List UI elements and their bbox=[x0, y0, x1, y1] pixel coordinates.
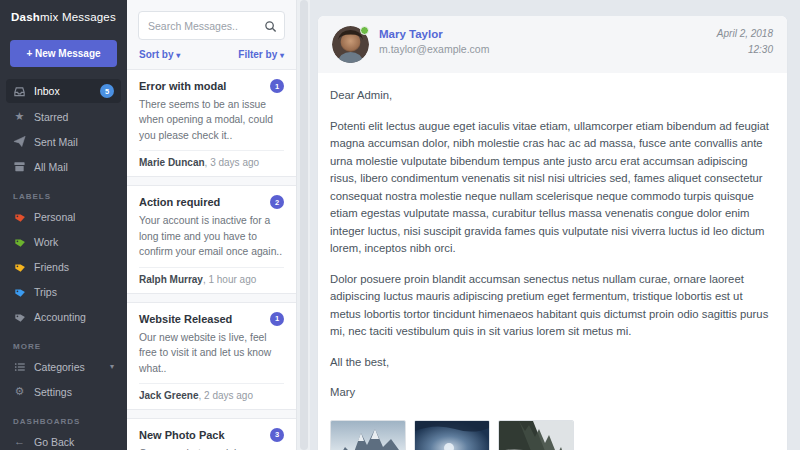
email-card: Mary Taylor m.taylor@example.com April 2… bbox=[318, 16, 787, 450]
email-time: 12:30 bbox=[717, 42, 773, 58]
new-message-button[interactable]: + New Message bbox=[10, 40, 117, 67]
message-meta: Marie Duncan, 3 days ago bbox=[139, 150, 284, 168]
attachment-thumbnail-1a[interactable] bbox=[330, 420, 406, 450]
sidebar-item-trips[interactable]: Trips bbox=[6, 280, 121, 303]
message-title: Website Released bbox=[139, 313, 232, 325]
message-list-item[interactable]: New Photo Pack 3 Our new photo pack is n… bbox=[127, 418, 296, 450]
inbox-count-badge: 5 bbox=[100, 84, 114, 98]
messages-scrollbar[interactable] bbox=[296, 0, 310, 450]
sidebar-item-label: Work bbox=[34, 236, 114, 248]
email-header: Mary Taylor m.taylor@example.com April 2… bbox=[318, 16, 787, 73]
sidebar-item-settings[interactable]: ⚙ Settings bbox=[6, 380, 121, 403]
send-icon bbox=[13, 135, 26, 148]
email-date: April 2, 2018 bbox=[717, 26, 773, 42]
email-paragraph: Dolor posuere proin blandit accumsan sen… bbox=[330, 271, 775, 341]
unread-count-badge: 2 bbox=[270, 195, 284, 209]
sidebar-item-label: Friends bbox=[34, 261, 114, 273]
tag-icon-accounting bbox=[13, 310, 26, 323]
sidebar-item-work[interactable]: Work bbox=[6, 230, 121, 253]
message-meta: Ralph Murray, 1 hour ago bbox=[139, 267, 284, 285]
message-meta: Jack Greene, 2 days ago bbox=[139, 383, 284, 401]
inbox-icon bbox=[13, 85, 26, 98]
sender-name-link[interactable]: Mary Taylor bbox=[379, 28, 489, 40]
message-list-item[interactable]: Action required 2 Your account is inacti… bbox=[127, 185, 296, 293]
sort-by-dropdown[interactable]: Sort by ▾ bbox=[139, 49, 180, 60]
section-labels-title: LABELS bbox=[13, 192, 114, 201]
email-closing: All the best, bbox=[330, 354, 775, 372]
sidebar-item-sent-mail[interactable]: Sent Mail bbox=[6, 130, 121, 153]
unread-count-badge: 3 bbox=[270, 428, 284, 442]
online-status-dot bbox=[360, 26, 369, 35]
sidebar-item-label: Settings bbox=[34, 386, 114, 398]
sidebar-item-inbox[interactable]: Inbox 5 bbox=[6, 79, 121, 103]
chevron-down-icon: ▾ bbox=[280, 51, 284, 60]
tag-icon-friends bbox=[13, 260, 26, 273]
email-signature: Mary bbox=[330, 384, 775, 402]
filter-by-dropdown[interactable]: Filter by ▾ bbox=[238, 49, 284, 60]
avatar[interactable] bbox=[332, 26, 369, 63]
sidebar-item-accounting[interactable]: Accounting bbox=[6, 305, 121, 328]
sidebar-item-all-mail[interactable]: All Mail bbox=[6, 155, 121, 178]
sidebar-item-label: Inbox bbox=[34, 85, 92, 97]
attachment-thumbnail-1b[interactable] bbox=[414, 420, 490, 450]
sidebar-item-label: Sent Mail bbox=[34, 136, 114, 148]
sidebar-item-label: Trips bbox=[34, 286, 114, 298]
message-list-item[interactable]: Error with modal 1 There seems to be an … bbox=[127, 69, 296, 177]
attachments-row bbox=[318, 420, 787, 450]
messages-panel: Sort by ▾ Filter by ▾ Error with modal 1… bbox=[127, 0, 310, 450]
sidebar-item-categories[interactable]: Categories ▾ bbox=[6, 355, 121, 378]
tag-icon-trips bbox=[13, 285, 26, 298]
main-content: Mary Taylor m.taylor@example.com April 2… bbox=[310, 0, 800, 450]
email-greeting: Dear Admin, bbox=[330, 87, 775, 105]
email-body: Dear Admin, Potenti elit lectus augue eg… bbox=[318, 73, 787, 420]
unread-count-badge: 1 bbox=[270, 79, 284, 93]
sidebar-item-label: Categories bbox=[34, 361, 102, 373]
sidebar-item-personal[interactable]: Personal bbox=[6, 205, 121, 228]
message-title: New Photo Pack bbox=[139, 429, 225, 441]
message-title: Error with modal bbox=[139, 80, 226, 92]
sidebar-item-label: Go Back bbox=[34, 436, 114, 448]
chevron-down-icon: ▾ bbox=[110, 362, 114, 371]
unread-count-badge: 1 bbox=[270, 312, 284, 326]
sidebar: Dashmix Messages + New Message Inbox 5 ★… bbox=[0, 0, 127, 450]
search-input[interactable] bbox=[138, 11, 285, 40]
star-icon: ★ bbox=[13, 110, 26, 123]
chevron-down-icon: ▾ bbox=[176, 51, 180, 60]
sender-email: m.taylor@example.com bbox=[379, 43, 489, 55]
message-preview: Our new website is live, feel free to vi… bbox=[139, 330, 284, 376]
message-preview: Your account is inactive for a long time… bbox=[139, 213, 284, 259]
brand-bold: Dash bbox=[11, 11, 40, 23]
message-preview: Our new photo pack is now available to g… bbox=[139, 446, 284, 450]
search-icon[interactable] bbox=[264, 19, 277, 37]
sidebar-item-starred[interactable]: ★ Starred bbox=[6, 105, 121, 128]
tag-icon-personal bbox=[13, 210, 26, 223]
email-paragraph: Potenti elit lectus augue eget iaculis v… bbox=[330, 118, 775, 258]
sidebar-item-label: Personal bbox=[34, 211, 114, 223]
attachment-thumbnail-1c[interactable] bbox=[498, 420, 574, 450]
sidebar-item-label: All Mail bbox=[34, 161, 114, 173]
message-title: Action required bbox=[139, 196, 220, 208]
section-dashboards-title: DASHBOARDS bbox=[13, 417, 114, 426]
list-icon bbox=[13, 360, 26, 373]
brand-rest: mix Messages bbox=[40, 11, 116, 23]
brand: Dashmix Messages bbox=[0, 0, 127, 34]
sidebar-item-go-back[interactable]: ← Go Back bbox=[6, 430, 121, 450]
sidebar-item-friends[interactable]: Friends bbox=[6, 255, 121, 278]
arrow-left-icon: ← bbox=[13, 435, 26, 448]
message-list-item[interactable]: Website Released 1 Our new website is li… bbox=[127, 302, 296, 410]
sidebar-item-label: Starred bbox=[34, 111, 114, 123]
sidebar-item-label: Accounting bbox=[34, 311, 114, 323]
tag-icon-work bbox=[13, 235, 26, 248]
gear-icon: ⚙ bbox=[13, 385, 26, 398]
section-more-title: MORE bbox=[13, 342, 114, 351]
message-preview: There seems to be an issue when opening … bbox=[139, 97, 284, 143]
archive-icon bbox=[13, 160, 26, 173]
app-window: Dashmix Messages + New Message Inbox 5 ★… bbox=[0, 0, 800, 450]
